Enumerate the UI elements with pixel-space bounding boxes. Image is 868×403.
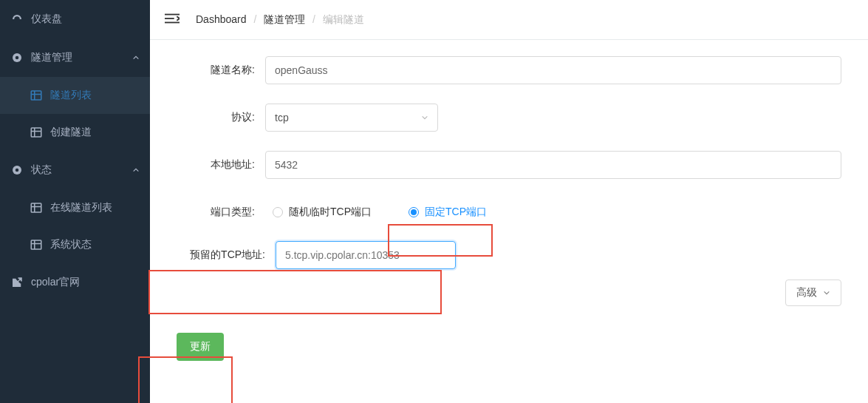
sidebar-label-status: 状态 [31, 163, 140, 177]
advanced-button-label: 高级 [796, 286, 817, 299]
dashboard-icon [10, 13, 24, 26]
input-tunnel-name[interactable] [265, 56, 841, 84]
annotation-highlight [138, 356, 233, 403]
label-tunnel-name: 隧道名称: [177, 64, 265, 77]
grid-icon [30, 126, 43, 139]
sidebar-label-tunnel-mgmt: 隧道管理 [31, 51, 140, 64]
breadcrumb-edit: 编辑隧道 [323, 13, 364, 25]
radio-label-fixed: 固定TCP端口 [425, 206, 487, 219]
sidebar-item-tunnel-create[interactable]: 创建隧道 [0, 114, 150, 151]
row-update: 更新 [177, 333, 841, 361]
row-port-type: 端口类型: 随机临时TCP端口 固定TCP端口 [177, 198, 841, 226]
radio-label-random: 随机临时TCP端口 [289, 206, 372, 219]
grid-icon [30, 201, 43, 214]
sidebar-item-cpolar-site[interactable]: cpolar官网 [0, 263, 150, 302]
sidebar-item-online-tunnels[interactable]: 在线隧道列表 [0, 189, 150, 226]
breadcrumb: Dashboard / 隧道管理 / 编辑隧道 [196, 13, 364, 27]
sidebar: 仪表盘 隧道管理 隧道列表 创建隧道 状态 在线隧道列表 [0, 0, 150, 403]
sidebar-item-status[interactable]: 状态 [0, 151, 150, 189]
sidebar-label-online-tunnels: 在线隧道列表 [50, 201, 140, 214]
sidebar-label-system-status: 系统状态 [50, 238, 140, 251]
external-link-icon [10, 276, 24, 289]
radio-group-port-type: 随机临时TCP端口 固定TCP端口 [265, 201, 516, 223]
input-local-address[interactable] [265, 151, 841, 179]
radio-circle-icon [409, 207, 419, 217]
select-protocol-value: tcp [275, 112, 289, 123]
chevron-up-icon [132, 52, 140, 64]
tunnel-icon [10, 51, 24, 64]
sidebar-label-cpolar-site: cpolar官网 [31, 276, 140, 289]
advanced-button[interactable]: 高级 [785, 280, 841, 306]
svg-rect-5 [31, 128, 41, 137]
svg-rect-10 [31, 203, 41, 212]
sidebar-item-dashboard[interactable]: 仪表盘 [0, 0, 150, 38]
row-tunnel-name: 隧道名称: [177, 56, 841, 84]
svg-rect-13 [31, 240, 41, 249]
sidebar-label-dashboard: 仪表盘 [31, 13, 140, 26]
row-advanced: 高级 [177, 280, 841, 306]
grid-icon [30, 238, 43, 251]
svg-point-1 [16, 56, 19, 60]
sidebar-item-system-status[interactable]: 系统状态 [0, 226, 150, 263]
main: Dashboard / 隧道管理 / 编辑隧道 隧道名称: 协议: tcp 本地… [150, 0, 868, 403]
input-reserved-tcp[interactable] [276, 241, 456, 269]
radio-circle-icon [273, 207, 283, 217]
breadcrumb-dashboard[interactable]: Dashboard [196, 13, 247, 25]
row-protocol: 协议: tcp [177, 104, 841, 132]
label-protocol: 协议: [177, 111, 265, 124]
row-local-address: 本地地址: [177, 151, 841, 179]
row-reserved-tcp: 预留的TCP地址: [177, 241, 841, 269]
label-local-address: 本地地址: [177, 158, 265, 172]
caret-down-icon [823, 289, 830, 297]
breadcrumb-tunnel-mgmt[interactable]: 隧道管理 [264, 13, 305, 25]
grid-icon [30, 89, 43, 102]
sidebar-item-tunnel-list[interactable]: 隧道列表 [0, 77, 150, 114]
menu-toggle-icon[interactable] [165, 13, 180, 27]
form-area: 隧道名称: 协议: tcp 本地地址: 端口类型: 随机临时TC [150, 40, 868, 361]
update-button[interactable]: 更新 [177, 333, 224, 361]
svg-rect-2 [31, 91, 41, 100]
chevron-down-icon [421, 112, 428, 123]
sidebar-item-tunnel-mgmt[interactable]: 隧道管理 [0, 38, 150, 77]
breadcrumb-sep: / [312, 13, 315, 25]
status-icon [10, 163, 24, 177]
chevron-up-icon [132, 164, 140, 176]
label-port-type: 端口类型: [177, 206, 265, 219]
select-protocol[interactable]: tcp [265, 104, 438, 132]
topbar: Dashboard / 隧道管理 / 编辑隧道 [150, 0, 868, 40]
breadcrumb-sep: / [253, 13, 256, 25]
radio-port-fixed[interactable]: 固定TCP端口 [401, 201, 494, 223]
radio-port-random[interactable]: 随机临时TCP端口 [265, 201, 379, 223]
label-reserved-tcp: 预留的TCP地址: [177, 248, 276, 262]
svg-point-9 [16, 169, 19, 172]
sidebar-label-tunnel-list: 隧道列表 [50, 89, 140, 102]
sidebar-label-tunnel-create: 创建隧道 [50, 126, 140, 139]
